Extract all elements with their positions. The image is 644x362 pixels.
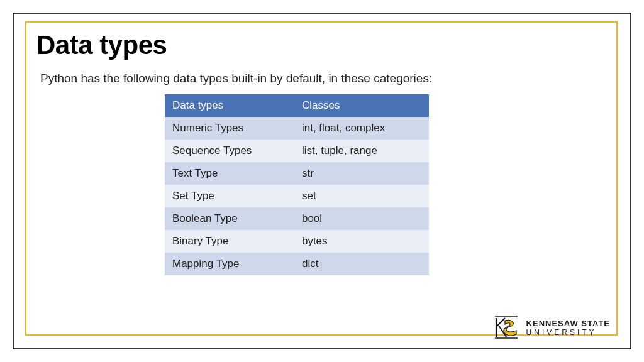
table-header-row: Data types Classes — [165, 94, 429, 117]
data-types-table: Data types Classes Numeric Types int, fl… — [165, 94, 429, 275]
header-data-types: Data types — [165, 94, 294, 117]
table-row: Set Type set — [165, 185, 429, 207]
cell-type: Mapping Type — [165, 253, 294, 275]
cell-type: Binary Type — [165, 230, 294, 253]
university-logo: KENNESAW STATE UNIVERSITY — [492, 314, 610, 341]
table-row: Text Type str — [165, 162, 429, 185]
table-row: Numeric Types int, float, complex — [165, 117, 429, 140]
table-row: Boolean Type bool — [165, 207, 429, 230]
slide-title: Data types — [36, 30, 608, 60]
cell-type: Sequence Types — [165, 140, 294, 162]
cell-type: Boolean Type — [165, 207, 294, 230]
cell-classes: dict — [294, 253, 429, 275]
logo-line2: UNIVERSITY — [526, 329, 610, 336]
cell-classes: list, tuple, range — [294, 140, 429, 162]
logo-text: KENNESAW STATE UNIVERSITY — [526, 319, 610, 336]
header-classes: Classes — [294, 94, 429, 117]
intro-text: Python has the following data types buil… — [40, 72, 608, 85]
cell-type: Set Type — [165, 185, 294, 207]
cell-type: Text Type — [165, 162, 294, 185]
slide-content: Data types Python has the following data… — [36, 30, 608, 275]
cell-classes: set — [294, 185, 429, 207]
cell-classes: int, float, complex — [294, 117, 429, 140]
logo-line1: KENNESAW STATE — [526, 319, 610, 327]
ks-logo-icon — [492, 314, 520, 341]
table-row: Binary Type bytes — [165, 230, 429, 253]
cell-type: Numeric Types — [165, 117, 294, 140]
table-row: Mapping Type dict — [165, 253, 429, 275]
table-row: Sequence Types list, tuple, range — [165, 140, 429, 162]
cell-classes: bytes — [294, 230, 429, 253]
cell-classes: str — [294, 162, 429, 185]
cell-classes: bool — [294, 207, 429, 230]
